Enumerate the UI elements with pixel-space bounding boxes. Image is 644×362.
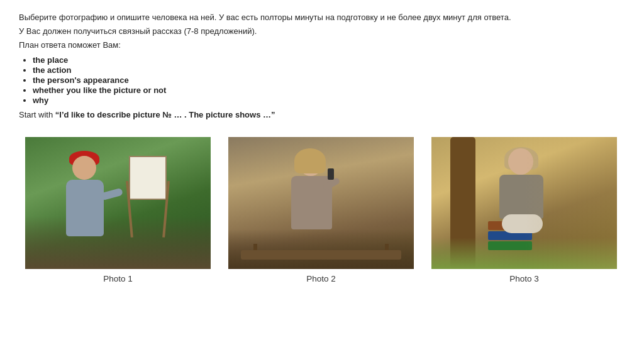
woman-head [72, 156, 96, 180]
plan-item-action: the action [33, 65, 625, 75]
bench [241, 250, 401, 260]
page: Выберите фотографию и опишите человека н… [0, 0, 644, 295]
canvas [129, 156, 167, 200]
plan-item-why: why [33, 96, 625, 105]
girl3-figure [488, 148, 557, 243]
girl3-head [508, 148, 533, 175]
instruction-line2: У Вас должен получиться связный рассказ … [19, 25, 625, 38]
girl3-legs [502, 214, 543, 233]
photo-box-1[interactable] [25, 137, 211, 269]
photo3-background [431, 137, 617, 269]
photo-item-1[interactable]: Photo 1 [25, 137, 211, 283]
photo-item-2[interactable]: Photo 2 [228, 137, 414, 283]
grass [431, 238, 617, 269]
start-with-block: Start with “I’d like to describe picture… [19, 110, 625, 119]
plan-item-place: the place [33, 55, 625, 65]
woman-body [66, 180, 104, 236]
photo-box-2[interactable] [228, 137, 414, 269]
photo2-background [228, 137, 414, 269]
instruction-line3: План ответа поможет Вам: [19, 39, 625, 52]
plan-item-appearance: the person's appearance [33, 75, 625, 85]
photo-label-1: Photo 1 [103, 274, 133, 283]
girl2-hair [294, 148, 326, 173]
start-quote: “I’d like to describe picture № … . The … [55, 110, 275, 119]
instructions-block: Выберите фотографию и опишите человека н… [19, 11, 625, 52]
photo-box-3[interactable] [431, 137, 617, 269]
girl2-phone [328, 168, 334, 180]
woman-figure [57, 156, 119, 263]
start-label: Start with [19, 110, 55, 119]
instruction-line1: Выберите фотографию и опишите человека н… [19, 11, 625, 24]
plan-item-like: whether you like the picture or not [33, 85, 625, 95]
book-3 [488, 241, 532, 250]
girl3-body [499, 175, 543, 219]
photo-label-3: Photo 3 [509, 274, 539, 283]
photo-label-2: Photo 2 [306, 274, 336, 283]
photo-item-3[interactable]: Photo 3 [431, 137, 617, 283]
girl2-figure [285, 151, 341, 251]
plan-list: the place the action the person's appear… [19, 55, 625, 105]
easel [123, 156, 173, 238]
photos-section: Photo 1 Photo [19, 137, 625, 283]
photo1-background [25, 137, 211, 269]
